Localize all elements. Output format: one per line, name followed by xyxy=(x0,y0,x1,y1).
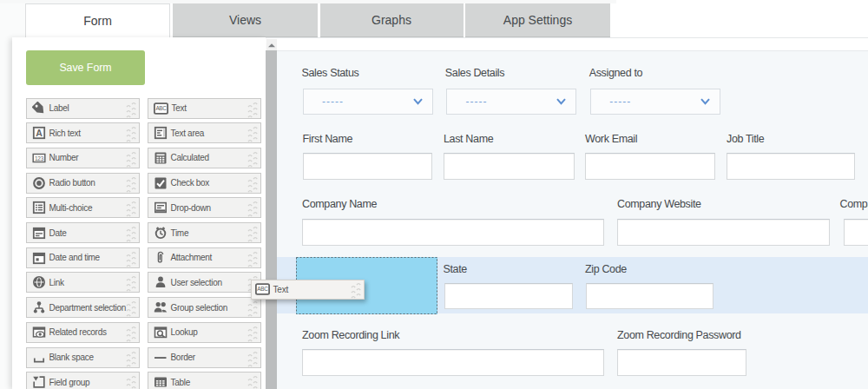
svg-text:ABC: ABC xyxy=(257,287,268,293)
svg-text:ABC: ABC xyxy=(155,105,167,111)
svg-text:123: 123 xyxy=(35,155,44,162)
svg-text:A: A xyxy=(36,128,43,138)
